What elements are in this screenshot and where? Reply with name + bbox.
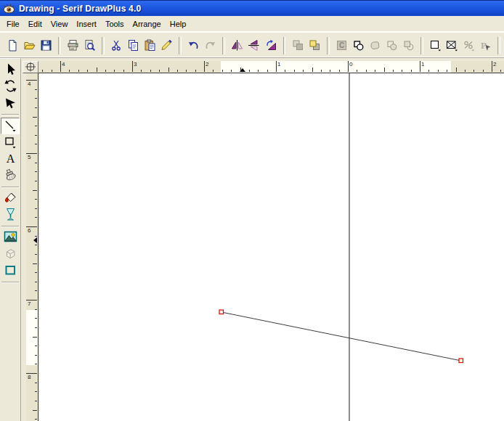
v-ruler-cursor-marker [33,237,37,243]
h-ruler-tick [150,70,151,72]
title-bar[interactable]: Drawing - Serif DrawPlus 4.0 [0,0,504,16]
format-painter-button[interactable] [158,36,175,55]
h-ruler-tick [60,61,61,72]
transparency-tool-button[interactable] [1,207,20,224]
menu-item-edit[interactable]: Edit [24,17,46,30]
h-ruler-tick [213,70,214,72]
pointer-options-button: P [477,36,494,55]
v-ruler-tick [35,98,37,99]
v-ruler-tick [33,337,37,338]
menu-bar: FileEditViewInsertToolsArrangeHelp [0,16,504,32]
horizontal-ruler[interactable]: 4321012 [38,61,504,73]
node-edit-tool-icon [4,96,17,112]
undo-button[interactable] [185,36,202,55]
node-edit-tool-button[interactable] [1,95,20,112]
v-ruler-tick [35,346,37,346]
format-painter-icon [160,39,173,52]
text-tool-button[interactable]: A [1,151,20,168]
h-ruler-tick [186,70,187,72]
h-ruler-tick [222,70,223,72]
fill-tool-button[interactable] [1,190,20,207]
h-ruler-tick [465,70,466,72]
combine-icon [352,39,365,52]
menu-item-insert[interactable]: Insert [72,17,101,30]
envelope-button[interactable] [444,36,460,55]
save-button[interactable] [38,36,54,55]
h-ruler-tick [438,70,439,72]
cut-button[interactable] [108,36,125,55]
paste-button[interactable] [142,36,158,55]
h-ruler-tick [285,70,285,72]
picture-tool-button[interactable] [1,229,20,246]
menu-item-arrange[interactable]: Arrange [129,17,166,30]
bring-to-front-button[interactable] [306,36,323,55]
v-ruler-tick [35,254,37,255]
v-ruler-tick [35,126,37,126]
box-tool-button[interactable] [1,134,20,151]
menu-item-help[interactable]: Help [166,17,191,30]
h-ruler-tick [159,70,160,72]
h-ruler-number: 3 [134,62,137,68]
v-ruler-tick [33,190,37,191]
envelope-frame-tool-icon [4,263,17,279]
h-ruler-number: 1 [421,62,424,68]
envelope-frame-tool-button[interactable] [1,263,20,279]
v-ruler-tick [35,181,37,181]
ruler-origin-button[interactable] [23,61,38,73]
h-ruler-tick [330,70,330,72]
h-ruler-tick [249,70,250,72]
send-to-back-icon [292,39,304,52]
palette-separator [1,282,19,283]
rotate-button[interactable] [263,36,280,55]
menu-item-view[interactable]: View [46,17,73,30]
selected-line-object[interactable] [221,312,461,361]
convert-to-curves-button: C [333,36,350,55]
join-icon [369,39,381,52]
flip-vertical-icon [248,39,260,52]
combine-button[interactable] [350,36,367,55]
canvas[interactable] [39,73,504,421]
copy-button[interactable] [125,36,142,55]
line-tool-button[interactable] [1,118,20,134]
print-preview-button[interactable] [81,36,98,55]
v-ruler-tick [35,245,37,245]
flip-horizontal-button[interactable] [229,36,245,55]
h-ruler-tick [42,70,43,72]
toolbar-separator [283,37,286,54]
print-button[interactable] [65,36,81,55]
selection-handle-start[interactable] [219,310,224,314]
h-ruler-tick [456,68,457,72]
h-ruler-tick [69,70,70,72]
save-icon [40,39,52,52]
v-ruler-tick [35,272,37,273]
open-icon [23,39,36,52]
new-document-button[interactable] [4,36,21,55]
selection-handle-end[interactable] [459,359,463,363]
h-ruler-tick [420,61,420,72]
flip-vertical-button[interactable] [245,36,262,55]
menu-item-tools[interactable]: Tools [101,17,129,30]
h-ruler-tick [393,70,394,72]
v-ruler-tick [35,383,37,383]
envelope-icon [446,39,458,52]
v-ruler-number: 4 [28,81,31,87]
palette-separator [1,114,19,115]
v-ruler-tick [35,144,37,144]
h-ruler-tick [231,70,232,72]
open-button[interactable] [21,36,38,55]
vertical-ruler[interactable]: 45678 [26,73,38,421]
h-ruler-tick [97,68,97,72]
h-ruler-tick [303,70,304,72]
pointer-tool-button[interactable] [1,62,20,78]
rotate-tool-button[interactable] [1,78,20,95]
h-ruler-number: 2 [206,62,208,68]
menu-item-file[interactable]: File [2,17,24,30]
line-tool-icon [4,118,17,134]
line-style-button[interactable] [427,36,444,55]
h-ruler-tick [87,70,88,72]
svg-text:P: P [481,40,487,51]
transparency-tool-icon [4,208,17,224]
v-ruler-tick [35,419,37,420]
h-ruler-tick [321,70,322,72]
stamp-tool-button[interactable] [1,168,20,184]
